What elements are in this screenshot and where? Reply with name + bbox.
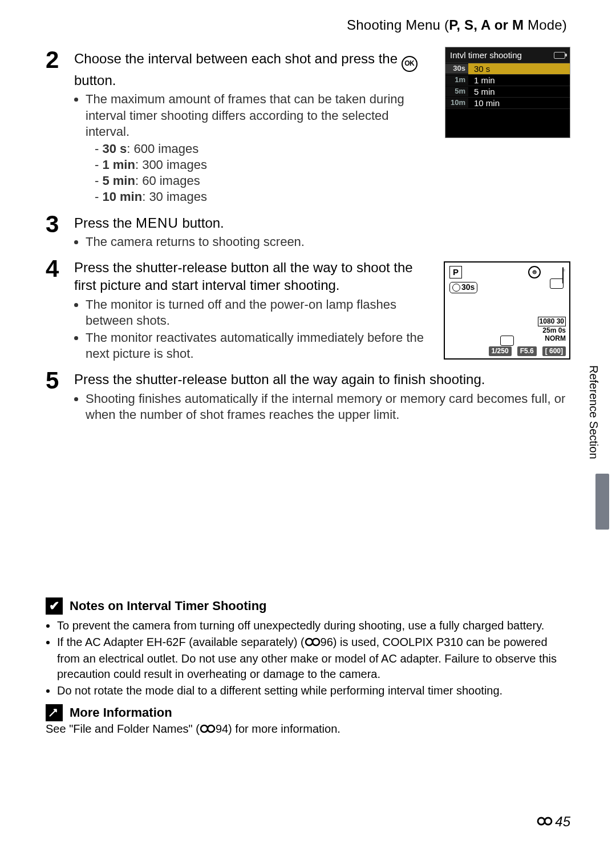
menu-button-label: MENU: [136, 215, 179, 231]
reference-icon: [200, 724, 216, 737]
shutter-speed: 1/250: [489, 346, 512, 356]
notes-bullet-2: If the AC Adapter EH-62F (available sepa…: [57, 635, 570, 682]
lcd-row-1m: 1m 1 min: [445, 75, 570, 86]
svg-point-4: [538, 818, 545, 825]
interval-badge: 30s: [449, 282, 477, 293]
quality: NORM: [545, 334, 566, 342]
notes-section: ✔ Notes on Interval Timer Shooting To pr…: [46, 597, 570, 737]
step-number: 4: [46, 257, 74, 281]
more-info-text: See "File and Folder Names" (94) for mor…: [46, 722, 570, 737]
step-number: 5: [46, 369, 74, 393]
page-number: 45: [537, 814, 570, 830]
movie-res: 1080 30: [538, 317, 566, 326]
battery-icon: [554, 52, 565, 59]
step-2-heading: Choose the interval between each shot an…: [74, 50, 431, 89]
lcd-row-10m: 10m 10 min: [445, 98, 570, 109]
header-modes: P, S, A or M: [449, 17, 524, 33]
svg-point-3: [208, 725, 214, 732]
notes-bullet-1: To prevent the camera from turning off u…: [57, 618, 570, 633]
lcd-row-5m: 5m 5 min: [445, 86, 570, 98]
release-mode-icon: [550, 278, 564, 289]
svg-point-2: [201, 725, 208, 732]
aperture: F5.6: [517, 346, 537, 356]
header-prefix: Shooting Menu (: [347, 17, 449, 33]
svg-point-0: [306, 639, 313, 645]
clock-icon: [452, 284, 460, 292]
step-5-heading: Press the shutter-release button all the…: [74, 371, 570, 389]
lcd-row-30s: 30s 30 s: [445, 63, 570, 75]
step-5-bullet-1: Shooting finishes automatically if the i…: [86, 391, 570, 423]
step-4-bullet-1: The monitor is turned off and the power-…: [86, 297, 430, 329]
step-4-heading: Press the shutter-release button all the…: [74, 259, 430, 294]
svg-point-5: [545, 818, 552, 825]
section-header: Shooting Menu (P, S, A or M Mode): [46, 17, 567, 33]
side-tab-marker: [595, 474, 609, 530]
ok-button-icon: OK: [402, 56, 418, 72]
step-number: 3: [46, 212, 74, 236]
step-2: 2 Choose the interval between each shot …: [46, 50, 570, 209]
side-section-label: Reference Section: [587, 365, 600, 459]
notes-bullet-3: Do not rotate the mode dial to a differe…: [57, 683, 570, 698]
info-icon: [46, 704, 63, 721]
svg-point-1: [313, 639, 319, 645]
shooting-screen-screenshot: P ⊚ 30s 1080 30 25m 0s NORM 1/250: [444, 261, 570, 360]
rec-time: 25m 0s: [542, 326, 566, 334]
step-4: 4 Press the shutter-release button all t…: [46, 259, 570, 365]
step-4-bullet-2: The monitor reactivates automatically im…: [86, 330, 430, 362]
manual-page: Shooting Menu (P, S, A or M Mode) Refere…: [0, 0, 616, 848]
af-icon: ⊚: [528, 266, 541, 278]
step-3: 3 Press the MENU button. The camera retu…: [46, 215, 570, 254]
step-2-bullets: The maximum amount of frames that can be…: [74, 91, 431, 205]
more-info-title: More Information: [70, 705, 172, 720]
step-3-heading: Press the MENU button.: [74, 215, 570, 232]
caution-icon: ✔: [46, 597, 63, 615]
notes-title: Notes on Interval Timer Shooting: [70, 599, 267, 613]
step-2-bullet-1: The maximum amount of frames that can be…: [86, 91, 431, 205]
interval-menu-screenshot: Intvl timer shooting 30s 30 s 1m 1 min 5…: [445, 47, 570, 138]
step-number: 2: [46, 48, 74, 72]
step-3-bullet-1: The camera returns to shooting screen.: [86, 234, 570, 250]
smile-icon: [500, 336, 514, 346]
reference-icon: [305, 636, 321, 651]
remaining-shots: [ 600]: [542, 346, 566, 356]
lcd-menu-title: Intvl timer shooting: [450, 50, 522, 60]
header-suffix: Mode): [524, 17, 567, 33]
reference-icon: [537, 814, 553, 830]
mode-indicator: P: [449, 266, 462, 278]
step-5: 5 Press the shutter-release button all t…: [46, 371, 570, 426]
